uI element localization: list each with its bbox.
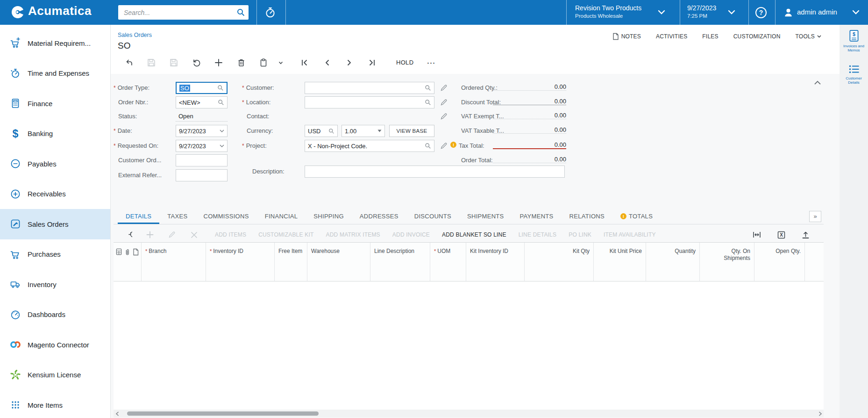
go-last-button[interactable] bbox=[361, 56, 383, 69]
order-nbr-field[interactable]: <NEW> bbox=[176, 96, 228, 108]
sidebar-item-payables[interactable]: Payables bbox=[0, 149, 110, 179]
export-upload-icon[interactable] bbox=[798, 229, 812, 241]
customer-order-field[interactable] bbox=[176, 154, 228, 166]
column-header-qty-on-shipments[interactable]: Qty. On Shipments bbox=[700, 243, 754, 281]
column-header-line-description[interactable]: Line Description bbox=[370, 243, 430, 281]
more-actions-button[interactable]: ⋯ bbox=[420, 56, 442, 69]
hold-button[interactable]: HOLD bbox=[390, 56, 420, 69]
search-input[interactable] bbox=[123, 5, 236, 20]
go-first-button[interactable] bbox=[293, 56, 316, 69]
sidebar-item-time-and-expenses[interactable]: Time and Expenses bbox=[0, 58, 110, 89]
delete-button[interactable] bbox=[230, 56, 252, 69]
chevron-down-icon[interactable] bbox=[852, 10, 860, 15]
scroll-right-arrow-icon[interactable] bbox=[817, 410, 824, 418]
currency-rate-combo[interactable]: 1.00 bbox=[342, 125, 385, 137]
order-type-field[interactable]: SO bbox=[176, 82, 228, 94]
notes-file-icon[interactable] bbox=[133, 248, 139, 256]
project-field[interactable]: X - Non-Project Code. bbox=[305, 140, 434, 152]
column-header-kit-inventory-id[interactable]: Kit Inventory ID bbox=[466, 243, 525, 281]
grid-body-empty[interactable] bbox=[114, 281, 824, 410]
item-availability-button[interactable]: ITEM AVAILABILITY bbox=[604, 231, 656, 238]
edit-location-pencil-icon[interactable] bbox=[440, 99, 448, 106]
view-base-button[interactable]: VIEW BASE bbox=[389, 125, 434, 137]
add-invoice-button[interactable]: ADD INVOICE bbox=[392, 231, 430, 238]
row-settings-icon[interactable] bbox=[116, 248, 122, 255]
sidebar-item-material-requirements[interactable]: Material Requirem... bbox=[0, 28, 110, 58]
dropdown-triangle-icon[interactable] bbox=[377, 130, 382, 132]
go-previous-button[interactable] bbox=[316, 56, 338, 69]
go-next-button[interactable] bbox=[338, 56, 361, 69]
tab-discounts[interactable]: DISCOUNTS bbox=[406, 213, 459, 224]
add-row-icon[interactable] bbox=[143, 229, 157, 241]
save-close-button[interactable] bbox=[140, 56, 163, 69]
lookup-icon[interactable] bbox=[328, 128, 334, 134]
lookup-icon[interactable] bbox=[217, 85, 224, 91]
tab-commissions[interactable]: COMMISSIONS bbox=[196, 213, 257, 224]
column-header-open-qty[interactable]: Open Qty. bbox=[754, 243, 805, 281]
sidebar-item-finance[interactable]: Finance bbox=[0, 88, 110, 119]
customizable-kit-button[interactable]: CUSTOMIZABLE KIT bbox=[258, 231, 313, 238]
location-field[interactable] bbox=[305, 96, 434, 108]
refresh-icon[interactable] bbox=[121, 229, 135, 241]
scroll-left-arrow-icon[interactable] bbox=[114, 410, 121, 418]
side-panel-invoices-and-memos[interactable]: $ Invoices and Memos bbox=[840, 29, 868, 52]
tab-addresses[interactable]: ADDRESSES bbox=[352, 213, 406, 224]
tab-shipments[interactable]: SHIPMENTS bbox=[459, 213, 512, 224]
discount-total-value[interactable]: 0.00 bbox=[493, 98, 566, 105]
chevron-down-icon[interactable] bbox=[220, 130, 224, 133]
export-excel-icon[interactable]: X bbox=[774, 229, 788, 241]
scrollbar-thumb[interactable] bbox=[127, 411, 319, 416]
sidebar-item-purchases[interactable]: Purchases bbox=[0, 239, 110, 270]
chevron-down-icon[interactable] bbox=[220, 144, 224, 148]
add-new-record-button[interactable] bbox=[207, 56, 230, 69]
tab-taxes[interactable]: TAXES bbox=[159, 213, 195, 224]
attachment-paperclip-icon[interactable] bbox=[125, 248, 130, 256]
lookup-icon[interactable] bbox=[425, 85, 431, 91]
column-header-branch[interactable]: Branch bbox=[142, 243, 206, 281]
sidebar-item-kensium-license[interactable]: Kensium License bbox=[0, 360, 110, 390]
save-button[interactable] bbox=[163, 56, 185, 69]
side-panel-customer-details[interactable]: Customer Details bbox=[840, 64, 868, 85]
sidebar-item-inventory[interactable]: Inventory bbox=[0, 269, 110, 300]
requested-on-field[interactable]: 9/27/2023 bbox=[176, 140, 228, 152]
chevron-down-icon[interactable] bbox=[658, 10, 665, 15]
column-header-inventory-id[interactable]: Inventory ID bbox=[206, 243, 275, 281]
add-blanket-so-line-button[interactable]: ADD BLANKET SO LINE bbox=[442, 231, 506, 238]
edit-project-pencil-icon[interactable] bbox=[440, 142, 448, 150]
customization-button[interactable]: CUSTOMIZATION bbox=[733, 33, 781, 40]
copy-paste-button[interactable] bbox=[252, 56, 275, 69]
expand-side-panel-button[interactable]: » bbox=[809, 211, 821, 222]
lookup-icon[interactable] bbox=[425, 99, 431, 106]
tab-totals[interactable]: ! TOTALS bbox=[612, 213, 661, 224]
sidebar-item-dashboards[interactable]: Dashboards bbox=[0, 300, 110, 330]
back-button[interactable] bbox=[118, 56, 140, 69]
global-search[interactable] bbox=[118, 5, 249, 20]
files-button[interactable]: FILES bbox=[702, 33, 718, 40]
activities-button[interactable]: ACTIVITIES bbox=[656, 33, 687, 40]
help-icon[interactable]: ? bbox=[755, 7, 767, 19]
copy-paste-menu-chevron[interactable] bbox=[275, 56, 287, 69]
lookup-icon[interactable] bbox=[425, 143, 431, 149]
customer-field[interactable] bbox=[305, 82, 434, 94]
column-header-uom[interactable]: UOM bbox=[430, 243, 466, 281]
acumatica-logo-icon[interactable] bbox=[10, 5, 25, 20]
column-header-kit-unit-price[interactable]: Kit Unit Price bbox=[594, 243, 646, 281]
breadcrumb[interactable]: Sales Orders bbox=[118, 32, 152, 38]
add-items-button[interactable]: ADD ITEMS bbox=[215, 231, 246, 238]
edit-contact-pencil-icon[interactable] bbox=[440, 113, 448, 120]
tab-payments[interactable]: PAYMENTS bbox=[512, 213, 562, 224]
sidebar-item-sales-orders[interactable]: Sales Orders bbox=[0, 209, 110, 239]
sidebar-item-receivables[interactable]: Receivables bbox=[0, 179, 110, 209]
tab-financial[interactable]: FINANCIAL bbox=[257, 213, 306, 224]
line-details-button[interactable]: LINE DETAILS bbox=[519, 231, 557, 238]
column-header-kit-qty[interactable]: Kit Qty bbox=[525, 243, 594, 281]
fit-width-icon[interactable] bbox=[750, 229, 764, 241]
tools-button[interactable]: TOOLS bbox=[796, 33, 821, 40]
column-header-warehouse[interactable]: Warehouse bbox=[307, 243, 370, 281]
external-reference-field[interactable] bbox=[176, 169, 228, 181]
notes-button[interactable]: NOTES bbox=[612, 33, 641, 40]
edit-customer-pencil-icon[interactable] bbox=[440, 84, 448, 92]
date-field[interactable]: 9/27/2023 bbox=[176, 125, 228, 137]
po-link-button[interactable]: PO LINK bbox=[569, 231, 591, 238]
description-field[interactable] bbox=[305, 166, 565, 178]
